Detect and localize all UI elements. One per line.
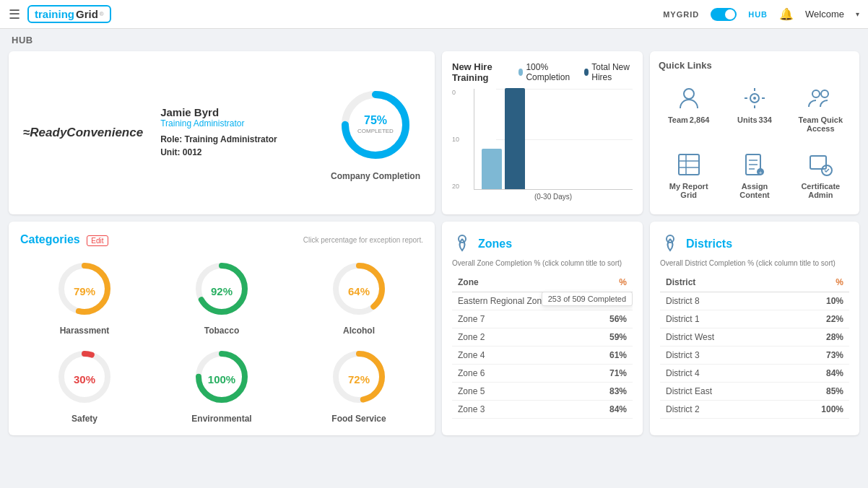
- district-pct: 28%: [781, 328, 849, 347]
- quicklink-certificate-admin[interactable]: Certificate Admin: [791, 144, 851, 205]
- categories-title: Categories: [20, 233, 80, 245]
- categories-edit-button[interactable]: Edit: [87, 235, 108, 246]
- quicklink-team[interactable]: Team 2,864: [659, 78, 719, 139]
- quicklink-units[interactable]: Units 334: [724, 78, 784, 139]
- company-logo: ≈ReadyConvenience: [23, 126, 143, 140]
- zones-col-zone[interactable]: Zone: [452, 273, 602, 292]
- mygrid-label: MYGRID: [663, 10, 699, 19]
- table-row[interactable]: Zone 6 71%: [452, 365, 633, 383]
- district-pct: 10%: [781, 292, 849, 310]
- certificate-admin-icon: [806, 150, 835, 179]
- table-row[interactable]: District 2 100%: [660, 401, 849, 419]
- zone-name: Zone 5: [452, 383, 602, 401]
- bar-total: 20: [505, 88, 525, 189]
- welcome-dropdown-icon[interactable]: ▾: [856, 10, 859, 18]
- table-row[interactable]: Zone 2 59%: [452, 328, 633, 347]
- category-donut-food service: 72%: [326, 344, 391, 409]
- category-label-environmental: Environmental: [191, 414, 251, 424]
- svg-text:100%: 100%: [208, 373, 235, 385]
- report-grid-icon: [674, 150, 703, 179]
- logo[interactable]: training Grid ®: [27, 5, 111, 23]
- legend-completion-label: 100% Completion: [526, 62, 572, 82]
- district-pct: 100%: [781, 401, 849, 419]
- team-quick-access-icon: [806, 84, 835, 113]
- table-row[interactable]: Zone 5 83%: [452, 383, 633, 401]
- zone-name: Zone 2: [452, 328, 602, 347]
- quicklink-assign-content[interactable]: + Assign Content: [724, 144, 784, 205]
- category-item-alcohol[interactable]: 64% Alcohol: [295, 256, 423, 336]
- mygrid-hub-toggle[interactable]: [711, 8, 737, 21]
- category-item-environmental[interactable]: 100% Environmental: [157, 344, 286, 424]
- svg-point-7: [812, 90, 820, 97]
- category-item-tobacco[interactable]: 92% Tobacco: [157, 256, 286, 336]
- profile-info: Jamie Byrd Training Administrator Role: …: [160, 106, 313, 160]
- company-completion-label: Company Completion: [331, 171, 420, 181]
- category-item-safety[interactable]: 30% Safety: [20, 344, 149, 424]
- district-name: District West: [660, 328, 781, 347]
- bar-total-label: 20: [511, 75, 518, 83]
- zone-name: Zone 4: [452, 347, 602, 365]
- notification-bell-icon[interactable]: 🔔: [779, 7, 794, 21]
- category-donut-tobacco: 92%: [189, 256, 254, 321]
- quicklink-team-quick-access[interactable]: Team Quick Access: [791, 78, 851, 139]
- breadcrumb: HUB: [0, 29, 868, 51]
- district-pct: 84%: [781, 365, 849, 383]
- hub-label: HUB: [748, 10, 768, 19]
- legend-total-dot: [584, 69, 589, 76]
- table-row[interactable]: Zone 3 84%: [452, 401, 633, 419]
- svg-text:79%: 79%: [74, 285, 95, 297]
- districts-subtitle: Overall District Completion % (click col…: [660, 259, 849, 267]
- category-label-tobacco: Tobacco: [204, 326, 239, 336]
- zones-subtitle: Overall Zone Completion % (click column …: [452, 259, 633, 267]
- zone-pct: 71%: [602, 365, 633, 383]
- zone-pct: 84%: [602, 401, 633, 419]
- table-row[interactable]: District 4 84%: [660, 365, 849, 383]
- assign-content-icon: +: [740, 150, 769, 179]
- table-row[interactable]: Zone 4 61%: [452, 347, 633, 365]
- district-name: District 1: [660, 310, 781, 328]
- districts-title: Districts: [686, 238, 732, 250]
- category-label-food service: Food Service: [331, 414, 386, 424]
- districts-icon: [660, 232, 680, 256]
- welcome-text[interactable]: Welcome: [805, 9, 844, 19]
- table-row[interactable]: District 1 22%: [660, 310, 849, 328]
- header: ☰ training Grid ® MYGRID HUB 🔔 Welcome ▾: [0, 0, 868, 29]
- profile-unit: Unit: 0012: [160, 147, 313, 157]
- units-icon: [740, 84, 769, 113]
- category-item-harassment[interactable]: 79% Harassment: [20, 256, 149, 336]
- zone-name: Zone 3: [452, 401, 602, 419]
- profile-name: Jamie Byrd: [160, 106, 313, 118]
- districts-header: Districts: [660, 232, 849, 256]
- district-name: District 2: [660, 401, 781, 419]
- table-row[interactable]: Zone 7 56%: [452, 310, 633, 328]
- team-quick-access-label: Team Quick Access: [794, 116, 848, 133]
- districts-col-district[interactable]: District: [660, 273, 781, 292]
- profile-title: Training Administrator: [160, 118, 313, 128]
- table-row[interactable]: District East 85%: [660, 383, 849, 401]
- zone-pct: 56%: [602, 310, 633, 328]
- svg-text:+: +: [759, 170, 763, 176]
- certificate-admin-label: Certificate Admin: [794, 182, 848, 199]
- zones-title: Zones: [478, 238, 512, 250]
- table-row[interactable]: District West 28%: [660, 328, 849, 347]
- quick-links-title: Quick Links: [659, 60, 851, 71]
- top-row: ≈ReadyConvenience Jamie Byrd Training Ad…: [9, 51, 859, 214]
- profile-role: Role: Training Administrator: [160, 134, 313, 144]
- menu-icon[interactable]: ☰: [9, 6, 20, 22]
- category-item-food service[interactable]: 72% Food Service: [295, 344, 423, 424]
- bottom-row: Categories Edit Click percentage for exc…: [9, 222, 859, 435]
- report-grid-label: My Report Grid: [661, 182, 716, 199]
- category-label-harassment: Harassment: [60, 326, 110, 336]
- district-name: District 8: [660, 292, 781, 310]
- category-donut-harassment: 79%: [52, 256, 117, 321]
- zone-name: Zone 7: [452, 310, 602, 328]
- header-right: MYGRID HUB 🔔 Welcome ▾: [663, 7, 859, 21]
- table-row[interactable]: District 8 10%: [660, 292, 849, 310]
- zones-col-pct[interactable]: %: [602, 273, 633, 292]
- zone-pct: 83%: [602, 383, 633, 401]
- table-row[interactable]: District 3 73%: [660, 347, 849, 365]
- new-hire-chart: 20100 8 20 (0-30 Days): [452, 89, 633, 204]
- legend-total-label: Total New Hires: [591, 62, 633, 82]
- districts-col-pct[interactable]: %: [781, 273, 849, 292]
- quicklink-report-grid[interactable]: My Report Grid: [659, 144, 719, 205]
